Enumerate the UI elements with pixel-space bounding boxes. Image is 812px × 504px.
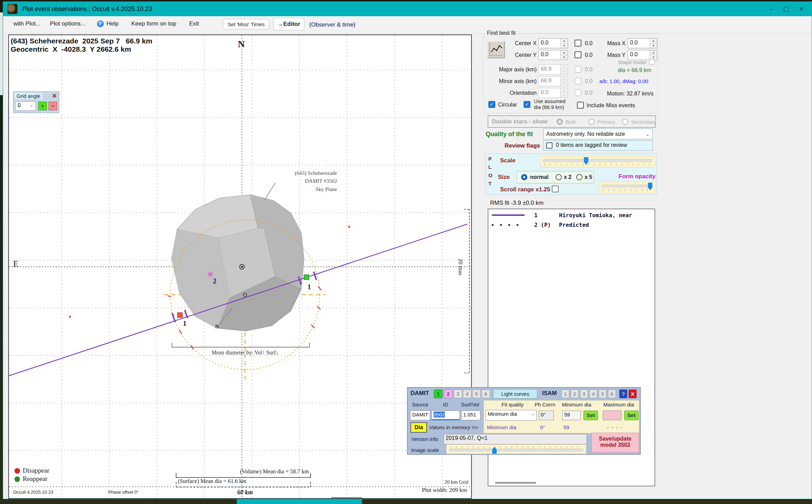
memory-max-dia: - - - -: [607, 424, 623, 430]
center-y-spinner[interactable]: ▲▼: [560, 50, 568, 60]
damit-tab-4[interactable]: 4: [463, 390, 471, 398]
major-axis-aux: 0.0: [585, 67, 592, 73]
plot-letter: L: [488, 164, 491, 170]
review-flags-text: 0 items are tagged for review: [556, 142, 627, 148]
minimize-button[interactable]: –: [763, 4, 779, 14]
light-curves-button[interactable]: Light curves: [493, 389, 537, 399]
background-window-edge: [0, 12, 3, 95]
id-header: ID: [432, 402, 460, 407]
center-y-fix-checkbox[interactable]: [575, 51, 581, 58]
damit-close-button[interactable]: X: [629, 390, 637, 398]
damit-tab-6[interactable]: 6: [481, 390, 490, 398]
size-x2-radio[interactable]: [556, 174, 562, 180]
close-button[interactable]: ✕: [794, 4, 809, 14]
size-x5-radio[interactable]: [576, 174, 582, 180]
size-label: Size: [498, 174, 510, 181]
dia-button[interactable]: Dia: [410, 422, 427, 433]
scroll-range-checkbox[interactable]: [552, 185, 559, 192]
field-star: [348, 226, 350, 228]
maximize-button[interactable]: ▢: [779, 4, 794, 14]
circular-label: Circular: [498, 102, 517, 108]
grid-angle-close-icon[interactable]: ✕: [52, 92, 57, 100]
asteroid-shape-model[interactable]: [172, 183, 304, 331]
damit-help-button[interactable]: ?: [619, 390, 627, 398]
include-miss-checkbox[interactable]: [577, 102, 584, 109]
center-x-spinner[interactable]: ▲▼: [560, 39, 568, 48]
taskbar-strip: [237, 499, 362, 504]
size-normal-label: normal: [530, 174, 548, 180]
find-best-fit-title: Find best fit: [485, 30, 517, 36]
save-update-button[interactable]: Save/update model 3502: [591, 433, 639, 453]
isam-tab-6[interactable]: 6: [608, 390, 616, 398]
review-flags-box: 0 items are tagged for review: [543, 140, 653, 151]
damit-tab-2[interactable]: 2: [444, 390, 453, 398]
id-input[interactable]: 3502: [432, 411, 460, 420]
horizontal-scrollbar[interactable]: [331, 497, 362, 498]
surface-mean-label: (Surface) Mean dia = 61.6 km: [178, 478, 246, 485]
grid-spacing-label: 20 km Grid: [417, 479, 468, 485]
size-normal-radio[interactable]: [521, 174, 527, 180]
legend-hscrollbar[interactable]: [495, 482, 536, 484]
fit-chart-icon: [488, 42, 504, 58]
shape-axis-n: N: [215, 324, 219, 329]
mass-y-input[interactable]: 0.0▲▼: [628, 50, 657, 60]
svg-text:1: 1: [183, 320, 186, 327]
center-x-input[interactable]: 0.0▲▼: [538, 38, 568, 48]
orientation-label: Orientation: [487, 90, 537, 96]
isam-tab-2[interactable]: 2: [571, 390, 579, 398]
form-opacity-slider[interactable]: [599, 181, 655, 194]
circular-checkbox[interactable]: ✓: [488, 101, 495, 108]
menu-help[interactable]: Help: [106, 20, 119, 27]
menubar: with Plot... Plot options... ? Help Keep…: [3, 16, 812, 33]
plot-area[interactable]: 1 1 ✳ 2: [8, 34, 472, 499]
memory-fit-quality: Minimum dia: [487, 424, 516, 430]
grid-angle-select[interactable]: 0 ⌄: [15, 101, 36, 111]
size-x5-label: x 5: [585, 174, 592, 180]
double-primary-radio: [588, 119, 595, 125]
grid-angle-plus-button[interactable]: +: [38, 102, 47, 110]
quality-dropdown[interactable]: Astrometry only. No reliable size ⌄: [543, 129, 653, 139]
max-dia-set-button[interactable]: Set: [624, 411, 639, 420]
isam-tab-1[interactable]: 1: [561, 390, 569, 398]
mean-diameter-note: Mean diameter by: Vol↑ Surf↓: [188, 350, 302, 356]
image-scale-slider[interactable]: [446, 444, 586, 454]
grid-angle-title: Grid angle: [14, 93, 42, 99]
mass-x-spinner[interactable]: ▲▼: [650, 39, 657, 48]
legend-row-2[interactable]: 2 (P) Predicted: [492, 221, 651, 229]
desktop: Plot event observations : Occult v.4.202…: [0, 0, 812, 504]
editor-button[interactable]: →Editor: [273, 18, 304, 30]
menu-keep-on-top[interactable]: Keep form on top: [131, 20, 176, 27]
set-miss-times-button[interactable]: Set 'Miss' Times: [223, 19, 269, 29]
center-x-fix-checkbox[interactable]: [575, 40, 581, 47]
max-dia-value: [603, 411, 621, 420]
mass-x-input[interactable]: 0.0▲▼: [628, 38, 657, 48]
isam-tab-5[interactable]: 5: [599, 390, 607, 398]
image-scale-label: Image scale: [411, 447, 439, 453]
shape-model-checkbox[interactable]: [649, 59, 655, 65]
isam-tab-3[interactable]: 3: [580, 390, 588, 398]
ph-corrn-value: 0°: [539, 411, 554, 420]
damit-tab-3[interactable]: 3: [454, 390, 462, 398]
menu-plot-options[interactable]: Plot options...: [50, 20, 85, 27]
isam-tab-4[interactable]: 4: [589, 390, 597, 398]
chord1-disappear-marker[interactable]: 1: [172, 310, 187, 327]
review-flags-checkbox[interactable]: [546, 142, 552, 149]
legend-row-1[interactable]: 1 Hiroyuki Tomioka, near: [492, 211, 651, 219]
ab-note: a/b: 1.00, dMag: 0.00: [599, 78, 648, 84]
help-icon[interactable]: ?: [97, 20, 104, 27]
compass-north: N: [238, 39, 245, 50]
chevron-down-icon: ⌄: [30, 102, 33, 108]
damit-tab-1[interactable]: 1: [434, 390, 443, 398]
use-assumed-checkbox[interactable]: ✓: [524, 101, 530, 108]
damit-tab-5[interactable]: 5: [472, 390, 481, 398]
min-dia-set-button[interactable]: Set: [583, 411, 598, 420]
damit-title: DAMIT: [410, 390, 429, 397]
scale-slider[interactable]: [540, 156, 655, 168]
center-y-input[interactable]: 0.0▲▼: [538, 50, 568, 60]
grid-angle-minus-button[interactable]: −: [49, 102, 57, 110]
mass-y-spinner[interactable]: ▲▼: [650, 50, 657, 60]
fit-quality-dropdown[interactable]: Minimum dia ⌄: [486, 410, 537, 421]
menu-with-plot[interactable]: with Plot...: [13, 20, 40, 27]
double-secondary-label: Secondary: [631, 119, 656, 125]
menu-exit[interactable]: Exit: [189, 20, 199, 27]
